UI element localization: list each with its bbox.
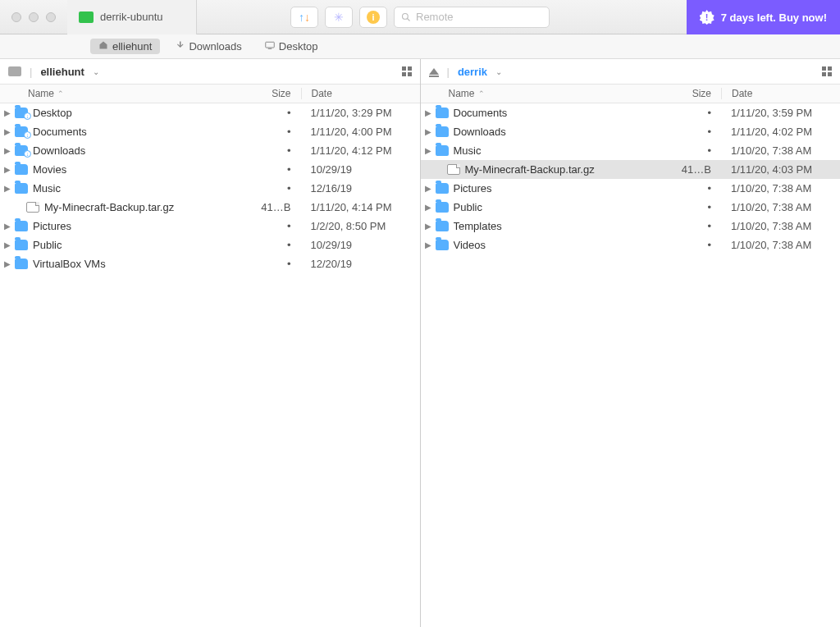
chevron-down-icon[interactable]: ⌄ <box>93 67 99 76</box>
disclosure-triangle[interactable]: ▶ <box>421 146 436 155</box>
folder-row[interactable]: ▶ ↓ Documents • 1/11/20, 4:00 PM <box>0 122 420 141</box>
disclosure-triangle[interactable]: ▶ <box>0 240 15 249</box>
col-size[interactable]: Size <box>244 88 301 99</box>
disclosure-triangle[interactable]: ▶ <box>421 108 436 117</box>
local-pane: | elliehunt ⌄ Name ⌃ Size Date ▶ ↓ Deskt… <box>0 59 421 627</box>
folder-icon <box>436 202 449 213</box>
zoom-button[interactable] <box>46 12 56 22</box>
file-size: • <box>244 107 301 119</box>
disclosure-triangle[interactable]: ▶ <box>0 108 15 117</box>
disclosure-triangle[interactable]: ▶ <box>0 184 15 193</box>
file-name: Pictures <box>454 182 664 195</box>
folder-row[interactable]: ▶ ↓ Downloads • 1/11/20, 4:12 PM <box>0 141 420 160</box>
folder-row[interactable]: ▶ Music • 1/10/20, 7:38 AM <box>421 141 841 160</box>
col-name[interactable]: Name ⌃ <box>0 88 244 99</box>
folder-row[interactable]: ▶ Public • 1/10/20, 7:38 AM <box>421 198 841 217</box>
disclosure-triangle[interactable]: ▶ <box>0 259 15 268</box>
disclosure-triangle[interactable]: ▶ <box>0 146 15 155</box>
folder-row[interactable]: ▶ ↓ Desktop • 1/11/20, 3:29 PM <box>0 103 420 122</box>
disclosure-triangle[interactable]: ▶ <box>0 222 15 231</box>
col-date[interactable]: Date <box>721 88 840 99</box>
eject-icon[interactable] <box>429 68 439 75</box>
disclosure-triangle[interactable]: ▶ <box>421 240 436 249</box>
folder-row[interactable]: ▶ Videos • 1/10/20, 7:38 AM <box>421 236 841 254</box>
folder-icon <box>436 183 449 194</box>
svg-rect-2 <box>266 42 275 48</box>
home-icon <box>98 40 108 53</box>
col-size[interactable]: Size <box>664 88 721 99</box>
disclosure-triangle[interactable]: ▶ <box>421 222 436 231</box>
download-icon <box>175 40 185 53</box>
search-input[interactable]: Remote <box>394 7 550 28</box>
desktop-icon <box>265 40 275 53</box>
connection-tab[interactable]: derrik-ubuntu <box>67 0 197 34</box>
file-date: 12/16/19 <box>301 182 420 195</box>
disclosure-triangle[interactable]: ▶ <box>421 127 436 136</box>
folder-row[interactable]: ▶ Public • 10/29/19 <box>0 236 420 254</box>
chevron-down-icon[interactable]: ⌄ <box>495 67 502 76</box>
folder-row[interactable]: ▶ Downloads • 1/11/20, 4:02 PM <box>421 122 841 141</box>
file-size: • <box>244 239 301 251</box>
arrow-down-icon: ↓ <box>304 11 310 24</box>
file-size: • <box>244 163 301 176</box>
minimize-button[interactable] <box>29 12 39 22</box>
file-size: 41…B <box>664 163 721 176</box>
file-icon <box>447 164 460 175</box>
remote-location[interactable]: derrik <box>458 66 487 78</box>
breadcrumb-elliehunt[interactable]: elliehunt <box>90 39 160 54</box>
folder-row[interactable]: ▶ Music • 12/16/19 <box>0 179 420 198</box>
folder-row[interactable]: ▶ Templates • 1/10/20, 7:38 AM <box>421 217 841 236</box>
disclosure-triangle[interactable]: ▶ <box>421 184 436 193</box>
search-placeholder: Remote <box>416 11 454 23</box>
drive-icon <box>8 66 21 76</box>
folder-icon <box>436 126 449 137</box>
remote-pane: | derrik ⌄ Name ⌃ Size Date ▶ Documents … <box>421 59 841 627</box>
view-mode-button[interactable] <box>822 66 832 76</box>
file-name: My-Minecraft-Backup.tar.gz <box>44 201 244 213</box>
info-button[interactable]: i <box>359 7 387 28</box>
file-date: 1/11/20, 4:14 PM <box>301 201 420 213</box>
folder-icon <box>15 164 28 175</box>
alert-icon: ! <box>700 10 714 25</box>
file-date: 1/10/20, 7:38 AM <box>721 182 840 195</box>
file-row[interactable]: My-Minecraft-Backup.tar.gz 41…B 1/11/20,… <box>421 160 841 179</box>
folder-row[interactable]: ▶ VirtualBox VMs • 12/20/19 <box>0 254 420 273</box>
file-icon <box>26 202 39 213</box>
disclosure-triangle[interactable]: ▶ <box>0 165 15 174</box>
file-name: Music <box>33 182 244 195</box>
folder-row[interactable]: ▶ Documents • 1/11/20, 3:59 PM <box>421 103 841 122</box>
folder-icon <box>15 259 28 269</box>
buy-banner[interactable]: ! 7 days left. Buy now! <box>687 0 840 34</box>
folder-row[interactable]: ▶ Pictures • 1/10/20, 7:38 AM <box>421 179 841 198</box>
breadcrumb-downloads[interactable]: Downloads <box>167 39 249 54</box>
col-name[interactable]: Name ⌃ <box>421 88 664 99</box>
sort-asc-icon: ⌃ <box>478 89 485 98</box>
folder-row[interactable]: ▶ Pictures • 1/2/20, 8:50 PM <box>0 217 420 236</box>
folder-row[interactable]: ▶ Movies • 10/29/19 <box>0 160 420 179</box>
file-row[interactable]: My-Minecraft-Backup.tar.gz 41…B 1/11/20,… <box>0 198 420 217</box>
file-size: • <box>244 182 301 195</box>
disclosure-triangle[interactable]: ▶ <box>421 203 436 212</box>
breadcrumb-desktop[interactable]: Desktop <box>257 39 326 54</box>
disclosure-triangle[interactable]: ▶ <box>0 127 15 136</box>
file-name: Music <box>454 144 664 157</box>
file-size: • <box>664 201 721 213</box>
file-name: Desktop <box>33 107 244 119</box>
titlebar: derrik-ubuntu ↑↓ ✳ i Remote ! 7 days lef… <box>0 0 840 34</box>
activity-button[interactable]: ✳ <box>325 7 353 28</box>
local-location[interactable]: elliehunt <box>40 66 84 78</box>
remote-file-list: ▶ Documents • 1/11/20, 3:59 PM ▶ Downloa… <box>421 103 841 627</box>
view-mode-button[interactable] <box>402 66 412 76</box>
file-date: 1/11/20, 3:29 PM <box>301 107 420 119</box>
file-name: Movies <box>33 163 244 176</box>
svg-rect-3 <box>268 48 272 49</box>
local-column-header: Name ⌃ Size Date <box>0 84 420 103</box>
file-name: Videos <box>454 239 664 251</box>
col-date[interactable]: Date <box>301 88 420 99</box>
sync-button[interactable]: ↑↓ <box>290 7 318 28</box>
close-button[interactable] <box>11 12 21 22</box>
file-date: 1/11/20, 4:12 PM <box>301 144 420 157</box>
sort-asc-icon: ⌃ <box>57 89 64 98</box>
file-date: 10/29/19 <box>301 239 420 251</box>
file-size: • <box>244 220 301 232</box>
